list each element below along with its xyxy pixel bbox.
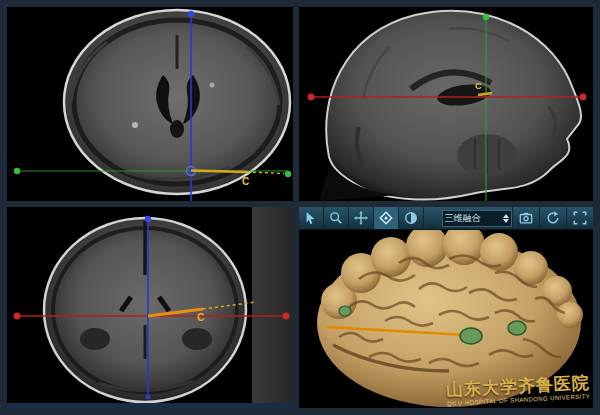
contrast-icon (404, 211, 418, 225)
reset-view-button[interactable] (539, 207, 566, 229)
pan-icon (354, 211, 368, 225)
axial-slice-image: C (7, 7, 293, 201)
coronal-trajectory-label: C (197, 312, 204, 323)
fullscreen-icon (573, 211, 587, 225)
spinner-icon (503, 214, 509, 223)
axial-trajectory-line[interactable] (191, 171, 247, 173)
pointer-icon (304, 211, 318, 225)
axial-trajectory-label: C (242, 176, 249, 187)
viewport-3d[interactable]: 三维融合 (299, 207, 593, 408)
viewport-axial[interactable]: C (7, 7, 293, 201)
axial-top-handle[interactable] (188, 11, 194, 17)
reset-rotate-icon (546, 211, 560, 225)
axial-trajectory-extension[interactable] (247, 172, 284, 174)
sagittal-right-handle[interactable] (580, 94, 587, 101)
pan-tool-button[interactable] (349, 207, 374, 229)
axial-left-handle[interactable] (14, 168, 20, 174)
sagittal-slice-image: C (299, 7, 593, 201)
sagittal-left-handle[interactable] (308, 94, 315, 101)
zoom-tool-button[interactable] (324, 207, 349, 229)
viewport-coronal[interactable]: C (7, 207, 293, 408)
fusion-mode-value: 三维融合 (445, 211, 501, 226)
coronal-slice-image: C (7, 207, 293, 408)
brain-3d-render[interactable] (299, 229, 593, 408)
fusion-mode-select[interactable]: 三维融合 (442, 210, 512, 227)
snapshot-icon (519, 211, 533, 225)
coronal-side-band (252, 207, 293, 408)
fullscreen-button[interactable] (566, 207, 593, 229)
coronal-top-handle[interactable] (145, 216, 151, 222)
render-toolbar: 三维融合 (299, 207, 593, 230)
viewport-sagittal[interactable]: C (299, 7, 593, 201)
neuro-navigation-window: C (0, 0, 600, 415)
coronal-footer-strip (7, 403, 293, 408)
crosshair-tool-button[interactable] (374, 207, 399, 229)
window-level-tool-button[interactable] (399, 207, 424, 229)
snapshot-button[interactable] (512, 207, 539, 229)
pointer-tool-button[interactable] (299, 207, 324, 229)
sagittal-trajectory-label: C (475, 81, 482, 91)
crosshair-diamond-icon (379, 211, 393, 225)
sagittal-top-handle[interactable] (483, 14, 489, 20)
axial-right-handle[interactable] (285, 171, 291, 177)
coronal-left-handle[interactable] (14, 313, 21, 320)
magnifier-icon (329, 211, 343, 225)
coronal-bottom-handle[interactable] (145, 394, 150, 399)
brain-surface (317, 229, 583, 407)
coronal-right-handle[interactable] (283, 313, 290, 320)
